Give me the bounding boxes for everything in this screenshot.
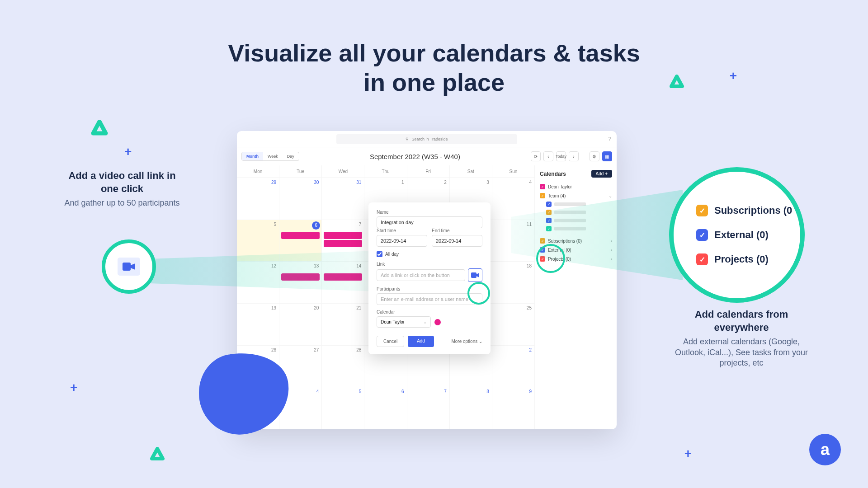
day-header: Sun xyxy=(492,165,535,178)
plus-icon: + xyxy=(730,69,737,83)
field-label: Name xyxy=(377,210,482,215)
next-button[interactable]: › xyxy=(569,151,579,161)
field-label: Calendar xyxy=(377,310,482,314)
zoom-calendar-sources: ✓Subscriptions (0✓External (0)✓Projects … xyxy=(669,167,805,303)
page-headline: Visualize all your calendars & tasksin o… xyxy=(0,0,868,97)
day-header: Mon xyxy=(237,165,279,178)
all-day-checkbox[interactable]: All day xyxy=(377,251,482,257)
help-icon[interactable]: ? xyxy=(608,136,611,142)
calendar-select[interactable]: Dean Taylor⌄ xyxy=(377,316,431,328)
calendar-cell[interactable]: 30 xyxy=(279,178,322,220)
field-label: Link xyxy=(377,262,482,267)
svg-rect-1 xyxy=(123,263,131,271)
field-label: Participants xyxy=(377,286,482,291)
callout-calendars: Add calendars from everywhere Add extern… xyxy=(674,308,809,368)
brand-logo: a xyxy=(809,434,841,465)
video-call-button-zoomed xyxy=(118,258,140,276)
prev-button[interactable]: ‹ xyxy=(543,151,553,161)
plus-icon: + xyxy=(124,145,132,159)
calendar-cell[interactable]: 20 xyxy=(279,304,322,346)
triangle-icon xyxy=(669,75,685,91)
calendar-cell[interactable]: 31 xyxy=(322,178,364,220)
calendar-cell[interactable]: 21 xyxy=(322,304,364,346)
plus-icon: + xyxy=(684,446,692,461)
callout-title: Add calendars from everywhere xyxy=(674,308,809,334)
view-switcher: Month Week Day xyxy=(241,152,299,161)
refresh-button[interactable]: ⟳ xyxy=(531,151,541,161)
calendar-cell[interactable]: 6 xyxy=(364,387,407,429)
color-indicator xyxy=(434,319,441,325)
calendar-cell[interactable]: 19 xyxy=(237,304,279,346)
zoomed-source-item: ✓External (0) xyxy=(696,223,800,247)
event-bar[interactable] xyxy=(281,232,320,239)
triangle-icon xyxy=(90,120,108,138)
callout-title: Add a video call link in one click xyxy=(61,169,183,195)
day-header: Thu xyxy=(364,165,407,178)
day-header: Tue xyxy=(279,165,322,178)
highlight-ring xyxy=(536,244,565,273)
search-input[interactable]: ⚲Search in Tradeside xyxy=(336,134,517,144)
tab-week[interactable]: Week xyxy=(263,152,283,160)
event-bar[interactable] xyxy=(324,232,362,239)
link-input[interactable] xyxy=(377,269,465,281)
highlight-cone xyxy=(149,251,375,291)
calendar-cell[interactable]: 4 xyxy=(492,178,535,220)
calendar-item[interactable]: ✓Team (4)⌄ xyxy=(540,191,612,200)
end-time-input[interactable] xyxy=(432,235,482,247)
zoomed-source-item: ✓Projects (0) xyxy=(696,247,800,272)
today-button[interactable]: Today xyxy=(556,151,566,161)
day-header: Fri xyxy=(407,165,450,178)
video-icon xyxy=(471,272,479,278)
triangle-icon xyxy=(149,447,165,463)
month-title: September 2022 (W35 - W40) xyxy=(370,153,460,160)
calendar-cell[interactable]: 9 xyxy=(492,387,535,429)
grid-icon[interactable]: ▦ xyxy=(602,151,612,161)
field-label: Start time xyxy=(377,228,427,233)
plus-icon: + xyxy=(70,380,77,395)
calendar-cell[interactable]: 28 xyxy=(322,346,364,388)
zoom-video-button xyxy=(102,239,156,294)
video-icon xyxy=(123,263,135,271)
field-label: End time xyxy=(432,228,482,233)
svg-rect-0 xyxy=(471,272,476,278)
callout-subtitle: And gather up to 50 participants xyxy=(61,198,183,208)
search-bar: ⚲Search in Tradeside ? xyxy=(237,131,617,147)
sidebar-title: Calendars xyxy=(540,171,566,177)
day-header: Wed xyxy=(322,165,364,178)
participants-input[interactable] xyxy=(377,293,482,305)
video-call-button[interactable] xyxy=(468,268,482,282)
cancel-button[interactable]: Cancel xyxy=(377,336,404,347)
day-header: Sat xyxy=(450,165,492,178)
calendar-cell[interactable]: 25 xyxy=(492,304,535,346)
tab-month[interactable]: Month xyxy=(242,152,263,160)
tab-day[interactable]: Day xyxy=(283,152,299,160)
start-time-input[interactable] xyxy=(377,235,427,247)
toolbar: Month Week Day September 2022 (W35 - W40… xyxy=(237,147,617,165)
calendar-cell[interactable]: 8 xyxy=(450,387,492,429)
event-bar[interactable] xyxy=(324,240,362,247)
calendar-cell[interactable]: 2 xyxy=(492,346,535,388)
callout-subtitle: Add external calendars (Google, Outlook,… xyxy=(674,337,809,368)
event-create-popup: Name Start time End time All day Link Pa… xyxy=(368,202,491,354)
add-button[interactable]: Add xyxy=(408,336,434,347)
add-calendar-button[interactable]: Add + xyxy=(591,170,612,178)
settings-icon[interactable]: ⚙ xyxy=(590,151,599,161)
more-options-button[interactable]: More options ⌄ xyxy=(451,339,482,344)
zoomed-source-item: ✓Subscriptions (0 xyxy=(696,198,800,223)
calendar-cell[interactable]: 7 xyxy=(407,387,450,429)
highlight-ring xyxy=(467,282,490,305)
calendar-cell[interactable]: 5 xyxy=(322,387,364,429)
calendar-item[interactable]: ✓Dean Taylor xyxy=(540,182,612,191)
event-name-input[interactable] xyxy=(377,216,482,228)
calendar-cell[interactable]: 29 xyxy=(237,178,279,220)
callout-video: Add a video call link in one click And g… xyxy=(61,169,183,209)
calendar-cell[interactable]: 18 xyxy=(492,262,535,304)
